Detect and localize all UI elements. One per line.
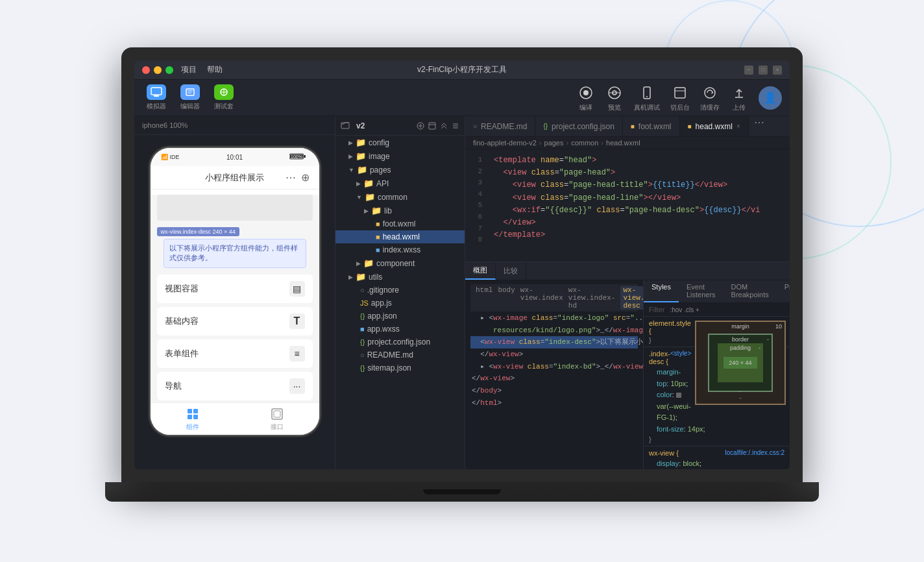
filetree-item-appwxss[interactable]: ■ app.wxss [335, 323, 465, 336]
styles-tab-styles[interactable]: Styles [644, 280, 679, 302]
filetree-component-label: component [376, 259, 415, 268]
svg-rect-22 [304, 155, 306, 158]
toolbar-btn-edit[interactable]: 编辑器 [176, 84, 204, 111]
styles-tab-breakpoints[interactable]: DOM Breakpoints [723, 280, 777, 302]
filetree-item-common[interactable]: ▼ 📁 common [335, 190, 465, 204]
titlebar-controls: − □ × [744, 66, 782, 75]
tab-close-icon[interactable]: × [736, 123, 740, 130]
devtools-tab-overview[interactable]: 概图 [465, 262, 496, 280]
filetree-item-head-wxml[interactable]: ■ head.wxml [335, 230, 465, 243]
filetree-index-wxss-label: index.wxss [383, 245, 421, 254]
elem-crumb-wxviewhd[interactable]: wx-view.index-hd [568, 286, 616, 310]
window-traffic-lights [142, 66, 173, 74]
breadcrumb-item-3: common [571, 139, 598, 147]
titlebar: 项目 帮助 v2-FinClip小程序开发工具 − □ × [134, 60, 790, 80]
toolbar-btn-debug[interactable]: 测试套 [210, 84, 238, 111]
filetree-config-label: config [369, 138, 389, 147]
toolbar-left: 模拟器 编辑器 [142, 84, 238, 111]
html-line-5: </wx-view> [470, 373, 638, 385]
elem-crumb-wxviewdesc[interactable]: wx-view.index-desc [620, 286, 644, 310]
elem-crumb-html[interactable]: html [476, 286, 492, 310]
filetree-item-appjs[interactable]: JS app.js [335, 297, 465, 310]
menu-item-project[interactable]: 项目 [181, 64, 197, 75]
breadcrumb-sep-3: › [601, 139, 603, 147]
action-preview[interactable]: 预览 [605, 84, 624, 112]
pseudo-filter: :hov .cls + [670, 306, 699, 313]
filetree-item-pages[interactable]: ▼ 📁 pages [335, 163, 465, 177]
svg-text:📶 IDE: 📶 IDE [161, 153, 180, 160]
tab-footwxml-label: foot.wxml [638, 122, 672, 131]
filetree-image-label: image [369, 152, 390, 161]
filetree-item-image[interactable]: ▶ 📁 image [335, 149, 465, 163]
breadcrumb-bar: fino-applet-demo-v2 › pages › common › h… [465, 137, 790, 149]
menu-item-help[interactable]: 帮助 [207, 64, 223, 75]
action-compile[interactable]: 编译 [577, 84, 595, 112]
filetree-item-config[interactable]: ▶ 📁 config [335, 136, 465, 149]
tabs-more-button[interactable]: ⋯ [749, 116, 770, 136]
code-lines[interactable]: <template name="head"> <view class="page… [486, 149, 790, 262]
user-avatar[interactable]: 👤 [759, 86, 782, 110]
tab-foot-wxml[interactable]: ■ foot.wxml [623, 116, 680, 136]
source-ref-style[interactable]: <style> [670, 350, 691, 367]
filetree-item-sitemap[interactable]: {} sitemap.json [335, 361, 465, 374]
folder-icon: 📁 [356, 272, 366, 282]
md-tab-icon: ○ [473, 123, 477, 130]
action-cutbg[interactable]: 切后台 [670, 84, 690, 112]
compile-label: 编译 [579, 103, 592, 112]
elem-crumb-body[interactable]: body [498, 286, 515, 310]
styles-panel: Styles Event Listeners DOM Breakpoints P… [644, 280, 790, 469]
phone-section-view[interactable]: 视图容器 ▤ [157, 275, 313, 303]
html-line-2: <wx-view class="index-desc">以下将展示小程序官方组件… [470, 336, 638, 348]
phone-section-basic[interactable]: 基础内容 T [157, 307, 313, 336]
phone-nav-api[interactable]: 接口 [235, 403, 319, 435]
box-margin-label: margin [731, 323, 749, 330]
code-editor-area[interactable]: 1 2 3 4 5 6 7 8 <templ [465, 149, 790, 262]
maximize-button[interactable] [165, 66, 173, 74]
filetree-item-lib[interactable]: ▶ 📁 lib [335, 204, 465, 217]
filetree-item-utils[interactable]: ▶ 📁 utils [335, 270, 465, 284]
phone-section-nav[interactable]: 导航 ··· [157, 372, 313, 400]
filetree-item-appjson[interactable]: {} app.json [335, 310, 465, 323]
source-ref-wxview[interactable]: localfile:/.index.css:2 [725, 449, 784, 458]
laptop-container: 项目 帮助 v2-FinClip小程序开发工具 − □ × [121, 47, 803, 515]
styles-tab-events[interactable]: Event Listeners [679, 280, 723, 302]
filetree-item-gitignore[interactable]: ○ .gitignore [335, 284, 465, 297]
action-clearcache[interactable]: 清缓存 [700, 84, 720, 112]
svg-rect-30 [274, 411, 280, 417]
phone-nav-component[interactable]: 组件 [151, 403, 235, 435]
tab-head-wxml[interactable]: ■ head.wxml × [680, 116, 749, 136]
breadcrumb-item-1: fino-applet-demo-v2 [473, 139, 537, 147]
tab-readme[interactable]: ○ README.md [465, 116, 535, 136]
filetree-item-foot-wxml[interactable]: ■ foot.wxml [335, 217, 465, 230]
action-upload[interactable]: 上传 [730, 84, 748, 112]
minimize-button[interactable] [154, 66, 162, 74]
filetree-item-component[interactable]: ▶ 📁 component [335, 256, 465, 270]
filetree-item-readme[interactable]: ○ README.md [335, 348, 465, 361]
md-icon: ○ [360, 351, 365, 359]
filetree-api-label: API [376, 179, 389, 188]
phone-section-basic-icon: T [289, 313, 305, 329]
tab-projectconfig[interactable]: {} project.config.json [535, 116, 622, 136]
code-line-5: <wx:if="{{desc}}" class="page-head-desc"… [494, 204, 782, 217]
filetree-item-projectconfig[interactable]: {} project.config.json [335, 336, 465, 348]
max-control[interactable]: □ [759, 66, 768, 75]
clearcache-icon [701, 84, 719, 102]
action-realtest[interactable]: 真机调试 [634, 84, 660, 112]
styles-selector-indexdesc: .index-desc { [649, 350, 670, 365]
json-icon: {} [360, 364, 365, 372]
styles-tab-props[interactable]: Properties [777, 280, 790, 302]
toolbar-btn-simulate[interactable]: 模拟器 [142, 84, 171, 111]
filetree-item-api[interactable]: ▶ 📁 API [335, 177, 465, 190]
filetree-item-index-wxss[interactable]: ■ index.wxss [335, 243, 465, 256]
phone-section-form[interactable]: 表单组件 ≡ [157, 339, 313, 368]
close-control[interactable]: × [773, 66, 782, 75]
html-line-1: ▸ <wx-image class="index-logo" src="../r… [470, 312, 638, 336]
close-button[interactable] [142, 66, 150, 74]
filetree-common-label: common [378, 193, 407, 202]
phone-app-title: 小程序组件展示 ⋯ ⊕ [151, 166, 319, 189]
wxml-tab-icon: ■ [631, 123, 635, 130]
min-control[interactable]: − [744, 66, 753, 75]
phone-menu-dots[interactable]: ⋯ ⊕ [286, 171, 311, 184]
elem-crumb-wxview[interactable]: wx-view.index [520, 286, 563, 310]
devtools-tab-compare[interactable]: 比较 [496, 262, 526, 280]
